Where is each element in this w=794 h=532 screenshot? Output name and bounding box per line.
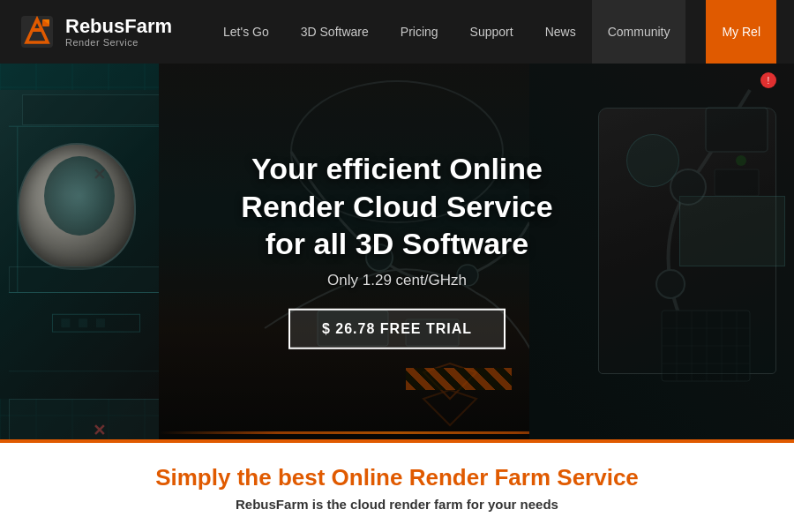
header: RebusFarm Render Service Let's Go 3D Sof…	[0, 0, 794, 64]
brand-name: RebusFarm	[65, 16, 172, 37]
nav-item-news[interactable]: News	[529, 0, 592, 64]
brand-tagline: Render Service	[65, 37, 172, 48]
nav-item-my-rel[interactable]: My Rel	[706, 0, 776, 64]
hero-content: Your efficient Online Render Cloud Servi…	[198, 150, 596, 349]
svg-rect-2	[33, 28, 41, 32]
free-trial-button[interactable]: $ 26.78 FREE TRIAL	[288, 308, 506, 348]
rebus-logo-icon	[18, 12, 56, 51]
bottom-subtitle: RebusFarm is the cloud render farm for y…	[236, 497, 558, 512]
bottom-title: Simply the best Online Render Farm Servi…	[155, 464, 639, 491]
bottom-section: Simply the best Online Render Farm Servi…	[0, 443, 794, 532]
main-nav: Let's Go 3D Software Pricing Support New…	[207, 0, 776, 64]
nav-item-lets-go[interactable]: Let's Go	[207, 0, 285, 64]
logo-text: RebusFarm Render Service	[65, 16, 172, 48]
logo-area[interactable]: RebusFarm Render Service	[18, 12, 172, 51]
nav-item-support[interactable]: Support	[454, 0, 529, 64]
hero-section: ✕ ✕	[0, 64, 794, 443]
nav-item-3d-software[interactable]: 3D Software	[285, 0, 385, 64]
hero-subtitle: Only 1.29 cent/GHzh	[198, 271, 596, 288]
notif-badge: !	[760, 72, 776, 88]
hero-title: Your efficient Online Render Cloud Servi…	[198, 150, 596, 263]
nav-item-community[interactable]: Community	[592, 0, 686, 64]
nav-item-pricing[interactable]: Pricing	[385, 0, 454, 64]
